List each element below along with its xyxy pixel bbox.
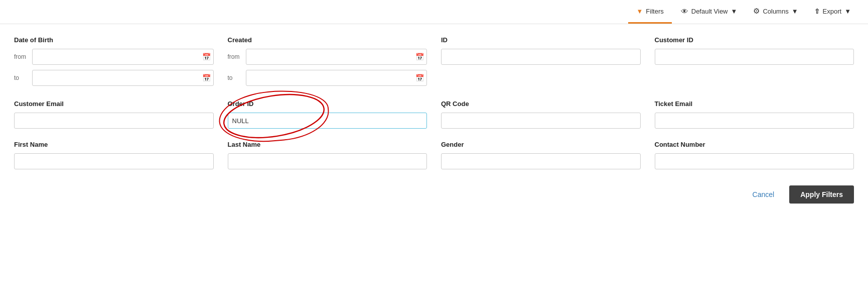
last-name-label: Last Name — [228, 141, 427, 148]
created-from-row: from 📅 — [228, 49, 427, 65]
created-from-input-wrapper: 📅 — [246, 49, 427, 65]
created-to-label: to — [228, 74, 242, 81]
dob-from-label: from — [14, 53, 28, 60]
cancel-button[interactable]: Cancel — [746, 186, 782, 203]
dob-from-input[interactable] — [32, 49, 214, 65]
dob-to-row: to 📅 — [14, 70, 214, 86]
default-view-label: Default View — [691, 8, 728, 15]
created-group: Created from 📅 to 📅 — [228, 36, 427, 88]
created-to-input-wrapper: 📅 — [246, 70, 427, 86]
created-label: Created — [228, 36, 427, 44]
export-button[interactable]: ⇧ Export ▼ — [807, 0, 858, 24]
gender-group: Gender — [441, 141, 641, 169]
customer-email-label: Customer Email — [14, 100, 214, 108]
chevron-down-icon: ▼ — [792, 8, 798, 15]
dob-from-row: from 📅 — [14, 49, 214, 65]
order-id-input[interactable] — [228, 113, 427, 129]
created-to-row: to 📅 — [228, 70, 427, 86]
order-id-label: Order ID — [228, 100, 427, 108]
filters-tab[interactable]: ▼ Filters — [628, 0, 671, 24]
created-to-input[interactable] — [246, 70, 427, 86]
gear-icon: ⚙ — [753, 7, 760, 16]
default-view-button[interactable]: 👁 Default View ▼ — [674, 0, 745, 24]
contact-number-input[interactable] — [655, 153, 854, 169]
last-name-group: Last Name — [228, 141, 427, 169]
ticket-email-input[interactable] — [655, 113, 854, 129]
ticket-email-label: Ticket Email — [655, 100, 854, 108]
id-group: ID — [441, 36, 641, 88]
contact-number-label: Contact Number — [655, 141, 854, 148]
export-icon: ⇧ — [814, 8, 820, 15]
toolbar: ▼ Filters 👁 Default View ▼ ⚙ Columns ▼ ⇧… — [0, 0, 868, 24]
customer-email-input[interactable] — [14, 113, 214, 129]
contact-number-group: Contact Number — [655, 141, 854, 169]
customer-id-group: Customer ID — [655, 36, 854, 88]
order-id-group: Order ID — [228, 100, 427, 129]
filter-row-1: Date of Birth from 📅 to 📅 Created from — [14, 36, 854, 88]
id-label: ID — [441, 36, 641, 44]
chevron-down-icon: ▼ — [731, 8, 738, 15]
export-label: Export — [823, 8, 842, 15]
customer-id-label: Customer ID — [655, 36, 854, 44]
dob-to-input[interactable] — [32, 70, 214, 86]
apply-filters-button[interactable]: Apply Filters — [789, 185, 854, 204]
first-name-label: First Name — [14, 141, 214, 148]
gender-label: Gender — [441, 141, 641, 148]
customer-id-input[interactable] — [655, 49, 854, 65]
eye-icon: 👁 — [681, 7, 688, 16]
filter-panel: Date of Birth from 📅 to 📅 Created from — [0, 24, 868, 216]
columns-label: Columns — [763, 8, 788, 15]
created-from-input[interactable] — [246, 49, 427, 65]
gender-input[interactable] — [441, 153, 641, 169]
filters-tab-label: Filters — [646, 8, 663, 15]
filter-row-2: Customer Email Order ID QR Code Ticket E… — [14, 100, 854, 129]
date-of-birth-label: Date of Birth — [14, 36, 214, 44]
dob-to-label: to — [14, 74, 28, 81]
first-name-group: First Name — [14, 141, 214, 169]
created-from-label: from — [228, 53, 242, 60]
first-name-input[interactable] — [14, 153, 214, 169]
ticket-email-group: Ticket Email — [655, 100, 854, 129]
filter-row-3: First Name Last Name Gender Contact Numb… — [14, 141, 854, 169]
qr-code-group: QR Code — [441, 100, 641, 129]
customer-email-group: Customer Email — [14, 100, 214, 129]
id-input[interactable] — [441, 49, 641, 65]
dob-to-input-wrapper: 📅 — [32, 70, 214, 86]
dob-from-input-wrapper: 📅 — [32, 49, 214, 65]
date-of-birth-group: Date of Birth from 📅 to 📅 — [14, 36, 214, 88]
last-name-input[interactable] — [228, 153, 427, 169]
qr-code-input[interactable] — [441, 113, 641, 129]
filter-funnel-icon: ▼ — [636, 8, 643, 15]
chevron-down-icon: ▼ — [844, 8, 851, 15]
filter-actions: Cancel Apply Filters — [14, 181, 854, 206]
columns-button[interactable]: ⚙ Columns ▼ — [746, 0, 805, 24]
qr-code-label: QR Code — [441, 100, 641, 108]
